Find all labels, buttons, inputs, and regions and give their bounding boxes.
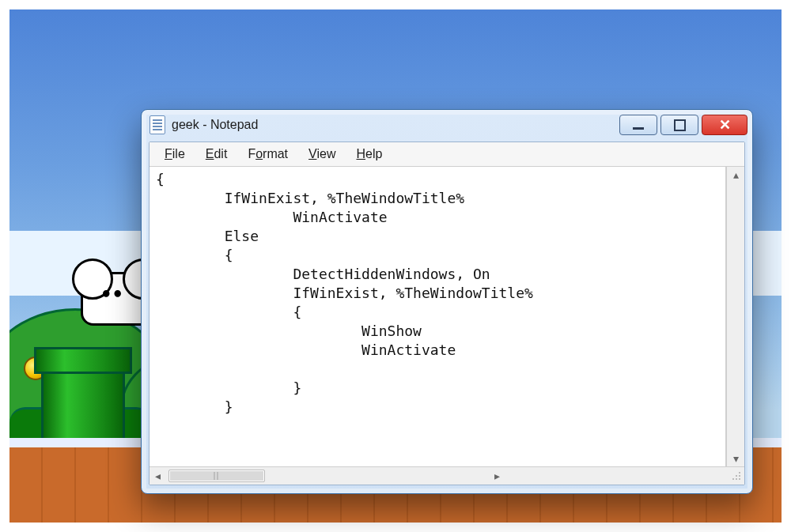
titlebar[interactable]: geek - Notepad ✕ bbox=[142, 110, 752, 140]
chevron-up-icon[interactable]: ▴ bbox=[727, 167, 744, 183]
chevron-right-icon[interactable]: ▸ bbox=[489, 468, 505, 484]
window-title: geek - Notepad bbox=[172, 118, 258, 132]
horizontal-scrollbar[interactable]: ◂ ▸ bbox=[149, 466, 744, 485]
close-button[interactable]: ✕ bbox=[702, 115, 747, 135]
notepad-icon bbox=[149, 115, 165, 134]
window-client-area: File Edit Format View Help { IfWinExist,… bbox=[149, 141, 745, 485]
notepad-window[interactable]: geek - Notepad ✕ File Edit Format View H… bbox=[141, 109, 753, 494]
text-editor[interactable]: { IfWinExist, %TheWindowTitle% WinActiva… bbox=[149, 167, 726, 466]
scrollbar-thumb[interactable] bbox=[168, 470, 265, 482]
maximize-button[interactable] bbox=[660, 115, 698, 135]
menu-edit[interactable]: Edit bbox=[195, 146, 238, 162]
window-controls: ✕ bbox=[619, 115, 747, 135]
minimize-icon bbox=[633, 127, 644, 130]
menu-help[interactable]: Help bbox=[346, 146, 392, 162]
maximize-icon bbox=[674, 119, 686, 131]
vertical-scrollbar[interactable]: ▴ ▾ bbox=[726, 167, 744, 466]
close-icon: ✕ bbox=[719, 118, 731, 132]
chevron-left-icon[interactable]: ◂ bbox=[149, 468, 165, 484]
menubar[interactable]: File Edit Format View Help bbox=[149, 142, 744, 167]
menu-view[interactable]: View bbox=[298, 146, 346, 162]
menu-format[interactable]: Format bbox=[237, 146, 298, 162]
menu-file[interactable]: File bbox=[154, 146, 195, 162]
screenshot-stage: •• geek - Notepad ✕ File Edit Format Vie… bbox=[0, 0, 791, 532]
chevron-down-icon[interactable]: ▾ bbox=[727, 451, 744, 466]
editor-area: { IfWinExist, %TheWindowTitle% WinActiva… bbox=[149, 167, 744, 466]
minimize-button[interactable] bbox=[619, 115, 657, 135]
resize-grip-icon[interactable] bbox=[729, 468, 744, 484]
pipe bbox=[41, 367, 125, 447]
cloud-face: •• bbox=[100, 285, 123, 304]
